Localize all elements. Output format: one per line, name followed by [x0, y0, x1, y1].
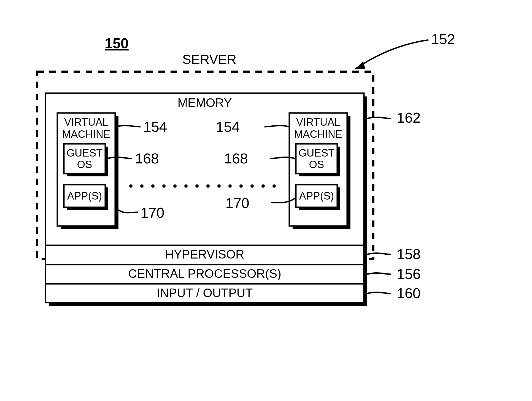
ref-vm-right: 154 — [216, 119, 240, 135]
vm-left: VIRTUAL MACHINE GUEST OS APP(S) — [57, 113, 118, 229]
svg-point-22 — [184, 184, 188, 188]
hypervisor-label: HYPERVISOR — [165, 247, 244, 261]
ref-vm-left: 154 — [143, 119, 167, 135]
ref-server: 152 — [431, 31, 455, 47]
apps-label: APP(S) — [67, 190, 102, 202]
svg-point-20 — [162, 184, 166, 188]
guest-os-l2: OS — [309, 159, 324, 170]
memory-label: MEMORY — [177, 96, 232, 109]
svg-point-19 — [151, 184, 155, 188]
ref-io: 160 — [397, 285, 421, 301]
svg-point-26 — [228, 184, 232, 188]
ref-memory: 162 — [397, 110, 421, 126]
ref-hypervisor: 158 — [397, 246, 421, 262]
apps-label: APP(S) — [299, 190, 334, 202]
svg-point-28 — [250, 184, 254, 188]
svg-point-21 — [173, 184, 177, 188]
svg-point-17 — [129, 184, 133, 188]
figure-number: 150 — [105, 35, 129, 51]
guest-os-l1: GUEST — [67, 147, 103, 159]
server-label: SERVER — [182, 52, 237, 67]
svg-marker-31 — [355, 61, 365, 69]
ref-guestos-left: 168 — [135, 150, 159, 166]
ref-guestos-right: 168 — [224, 150, 248, 166]
vm-title-l1: VIRTUAL — [296, 116, 340, 128]
ref-apps-right: 170 — [225, 195, 249, 211]
ref-apps-left: 170 — [141, 205, 164, 221]
cpu-label: CENTRAL PROCESSOR(S) — [128, 267, 281, 280]
svg-point-24 — [206, 184, 210, 188]
guest-os-l1: GUEST — [299, 147, 335, 159]
io-label: INPUT / OUTPUT — [157, 286, 253, 300]
svg-point-23 — [195, 184, 199, 188]
vm-right: VIRTUAL MACHINE GUEST OS APP(S) — [289, 113, 350, 229]
svg-point-27 — [239, 184, 243, 188]
vm-title-l2: MACHINE — [62, 128, 110, 140]
svg-point-25 — [217, 184, 221, 188]
svg-point-30 — [272, 184, 276, 188]
svg-point-18 — [140, 184, 144, 188]
ref-cpu: 156 — [397, 266, 421, 282]
server-architecture-diagram: 150 SERVER MEMORY HYPERVISOR CENTRAL PRO… — [0, 0, 532, 401]
guest-os-l2: OS — [77, 159, 92, 170]
svg-point-29 — [261, 184, 265, 188]
vm-title-l1: VIRTUAL — [64, 116, 108, 128]
vm-title-l2: MACHINE — [294, 128, 342, 140]
